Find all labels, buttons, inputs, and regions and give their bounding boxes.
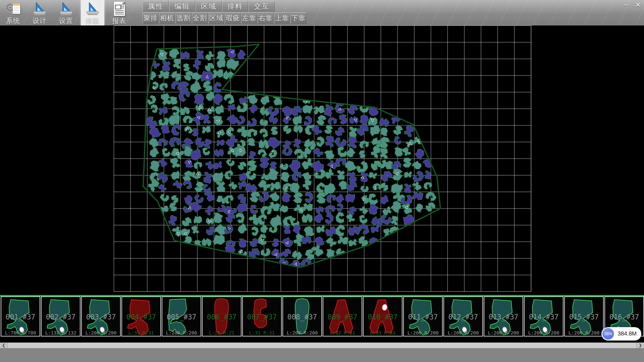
set-square-icon bbox=[85, 1, 101, 16]
piece-name-label: 016_#37 bbox=[605, 313, 643, 321]
piece-lr-count-label: L:200 R:200 bbox=[444, 330, 482, 336]
piece-thumbnail[interactable]: 015_#37L:200 R:200 bbox=[564, 296, 604, 337]
app-tab-4[interactable]: 排版 bbox=[81, 0, 104, 25]
piece-lr-count-label: L:200 R:200 bbox=[82, 330, 120, 336]
app-tab-label: 排版 bbox=[81, 16, 104, 25]
piece-thumbnail[interactable]: 004_#37L:31 R:31 bbox=[121, 296, 161, 337]
piece-name-label: 004_#37 bbox=[122, 313, 160, 321]
piece-thumbnail[interactable]: 006_#37L:21 R:21 bbox=[202, 296, 241, 337]
app-tab-label: 系统 bbox=[1, 16, 25, 25]
piece-name-label: 005_#37 bbox=[162, 313, 201, 321]
piece-lr-count-label: L:21 R:21 bbox=[203, 330, 241, 336]
piece-thumbnail[interactable]: 001_#37L:700 R:700 bbox=[1, 296, 40, 337]
piece-lr-count-label: L:200 R:200 bbox=[404, 330, 442, 336]
piece-thumbnail[interactable]: 009_#37L:32 R:31 bbox=[323, 296, 362, 337]
tool-button-4[interactable]: 全割 bbox=[192, 12, 208, 24]
report-icon bbox=[111, 1, 127, 16]
gear-doc-icon: ⚙ bbox=[5, 1, 21, 16]
minimize-button[interactable]: ─ bbox=[621, 1, 632, 9]
piece-name-label: 010_#37 bbox=[364, 313, 402, 321]
tool-button-8[interactable]: 右靠 bbox=[258, 12, 274, 24]
piece-lr-count-label: L:700 R:700 bbox=[1, 330, 40, 336]
application-window: ⚙系统设计设置排版报表 属性编辑区域排料交互 聚排相机选割全割区域瑕疵左靠右靠上… bbox=[0, 0, 644, 362]
close-button[interactable]: ✕ bbox=[632, 1, 644, 9]
app-tab-2[interactable]: 设计 bbox=[28, 0, 51, 25]
piece-thumbnail[interactable]: 010_#37L:33 R:33 bbox=[363, 296, 402, 337]
piece-name-label: 003_#37 bbox=[82, 313, 120, 321]
app-tab-5[interactable]: 报表 bbox=[107, 0, 131, 25]
piece-thumbnail[interactable]: 014_#37L:200 R:200 bbox=[524, 296, 564, 337]
piece-lr-count-label: L:200 R:200 bbox=[565, 330, 603, 336]
menu-button-1[interactable]: 属性 bbox=[143, 1, 169, 11]
piece-lr-count-label: L:31 R:31 bbox=[243, 330, 281, 336]
piece-lr-count-label: L:132 R:132 bbox=[42, 330, 80, 336]
piece-thumbnail[interactable]: 012_#37L:200 R:200 bbox=[443, 296, 483, 337]
minimize-icon: ─ bbox=[624, 1, 628, 8]
app-tab-label: 报表 bbox=[107, 16, 131, 25]
piece-lr-count-label: L:200 R:200 bbox=[484, 330, 523, 336]
piece-thumbnail-strip: 001_#37L:700 R:700002_#37L:132 R:132003_… bbox=[0, 295, 644, 338]
scroll-right-button[interactable]: ❯ bbox=[636, 343, 644, 348]
piece-name-label: 001_#37 bbox=[1, 313, 40, 321]
app-tab-label: 设计 bbox=[28, 16, 51, 25]
piece-thumbnail-list: 001_#37L:700 R:700002_#37L:132 R:132003_… bbox=[1, 296, 644, 337]
close-icon: ✕ bbox=[635, 1, 641, 8]
memory-size-label: 384.8M bbox=[618, 330, 637, 337]
piece-lr-count-label: L:200 R:200 bbox=[525, 330, 563, 336]
piece-lr-count-label: L:32 R:31 bbox=[323, 330, 362, 336]
tool-button-5[interactable]: 区域 bbox=[208, 12, 224, 24]
piece-thumbnail[interactable]: 008_#37L:200 R:200 bbox=[282, 296, 322, 337]
menu-button-3[interactable]: 区域 bbox=[196, 1, 222, 11]
set-square-icon bbox=[32, 1, 48, 16]
memory-usage-badge: 38% 384.8M bbox=[601, 327, 641, 341]
piece-thumbnail[interactable]: 007_#37L:31 R:31 bbox=[242, 296, 282, 337]
tool-button-1[interactable]: 聚排 bbox=[143, 12, 159, 24]
app-tab-3[interactable]: 设置 bbox=[54, 0, 78, 25]
nesting-canvas[interactable] bbox=[0, 25, 644, 296]
tool-button-2[interactable]: 相机 bbox=[159, 12, 175, 24]
horizontal-scrollbar[interactable]: ❮ ❯ bbox=[0, 343, 644, 348]
piece-name-label: 011_#37 bbox=[404, 313, 442, 321]
top-toolbar: ⚙系统设计设置排版报表 属性编辑区域排料交互 聚排相机选割全割区域瑕疵左靠右靠上… bbox=[0, 0, 644, 25]
piece-name-label: 007_#37 bbox=[243, 313, 281, 321]
chevron-left-icon: ❮ bbox=[2, 343, 5, 348]
tool-button-7[interactable]: 左靠 bbox=[241, 12, 257, 24]
piece-name-label: 015_#37 bbox=[565, 313, 603, 321]
app-tab-label: 设置 bbox=[54, 16, 78, 25]
piece-lr-count-label: L:200 R:200 bbox=[162, 330, 201, 336]
piece-lr-count-label: L:31 R:31 bbox=[122, 330, 160, 336]
chevron-right-icon: ❯ bbox=[639, 343, 642, 348]
piece-name-label: 008_#37 bbox=[283, 313, 321, 321]
piece-thumbnail[interactable]: 011_#37L:200 R:200 bbox=[403, 296, 443, 337]
piece-thumbnail[interactable]: 005_#37L:200 R:200 bbox=[162, 296, 201, 337]
app-tab-1[interactable]: ⚙系统 bbox=[1, 0, 25, 25]
menu-button-5[interactable]: 交互 bbox=[249, 1, 275, 11]
piece-name-label: 012_#37 bbox=[444, 313, 482, 321]
set-square-icon bbox=[58, 1, 74, 16]
tool-button-3[interactable]: 选割 bbox=[175, 12, 192, 24]
menu-button-4[interactable]: 排料 bbox=[222, 1, 248, 11]
tool-button-10[interactable]: 下靠 bbox=[290, 12, 307, 24]
tool-button-6[interactable]: 瑕疵 bbox=[225, 12, 241, 24]
piece-lr-count-label: L:33 R:33 bbox=[364, 330, 402, 336]
piece-name-label: 002_#37 bbox=[42, 313, 80, 321]
piece-name-label: 013_#37 bbox=[484, 313, 523, 321]
piece-thumbnail[interactable]: 002_#37L:132 R:132 bbox=[41, 296, 80, 337]
piece-name-label: 014_#37 bbox=[525, 313, 563, 321]
tool-button-9[interactable]: 上靠 bbox=[274, 12, 290, 24]
piece-thumbnail[interactable]: 013_#37L:200 R:200 bbox=[484, 296, 523, 337]
piece-thumbnail[interactable]: 003_#37L:200 R:200 bbox=[81, 296, 121, 337]
scroll-left-button[interactable]: ❮ bbox=[0, 343, 8, 348]
cpu-percent-indicator: 38% bbox=[602, 327, 614, 340]
piece-name-label: 009_#37 bbox=[323, 313, 362, 321]
hide-nesting-layout bbox=[0, 25, 644, 296]
piece-lr-count-label: L:200 R:200 bbox=[283, 330, 321, 336]
piece-name-label: 006_#37 bbox=[203, 313, 241, 321]
menu-button-2[interactable]: 编辑 bbox=[169, 1, 195, 11]
status-bar bbox=[0, 348, 644, 362]
